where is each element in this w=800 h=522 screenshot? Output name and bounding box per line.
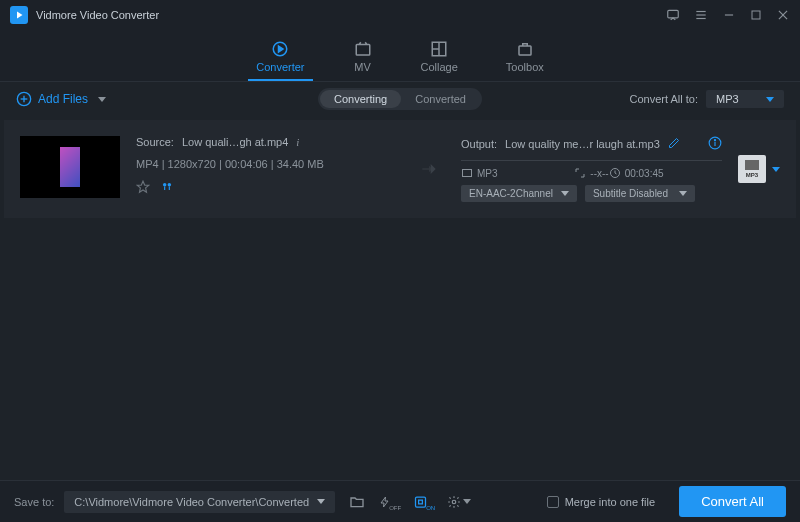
save-path-select[interactable]: C:\Vidmore\Vidmore Video Converter\Conve… xyxy=(64,491,335,513)
toolbar: Add Files Converting Converted Convert A… xyxy=(0,82,800,116)
chevron-down-icon xyxy=(766,97,774,102)
save-path-value: C:\Vidmore\Vidmore Video Converter\Conve… xyxy=(74,496,309,508)
format-chip[interactable]: MP3 xyxy=(738,155,766,183)
trim-icon[interactable] xyxy=(160,180,174,194)
menu-icon[interactable] xyxy=(694,8,708,22)
save-to-label: Save to: xyxy=(14,496,54,508)
thumbnail[interactable] xyxy=(20,136,120,198)
output-filename: Low quality me…r laugh at.mp3 xyxy=(505,138,660,150)
chevron-down-icon xyxy=(98,97,106,102)
output-info-icon[interactable] xyxy=(708,136,722,152)
info-icon[interactable]: i xyxy=(296,136,299,148)
source-filename: Low quali…gh at.mp4 xyxy=(182,136,288,148)
add-files-button[interactable]: Add Files xyxy=(16,91,106,107)
open-folder-icon[interactable] xyxy=(345,490,369,514)
subtitle-select[interactable]: Subtitle Disabled xyxy=(585,185,695,202)
svg-rect-22 xyxy=(463,170,472,177)
svg-rect-13 xyxy=(519,46,531,55)
chevron-down-icon xyxy=(679,191,687,196)
tab-label: Collage xyxy=(421,61,458,73)
mode-toggle: Converting Converted xyxy=(318,88,482,110)
output-label: Output: xyxy=(461,138,497,150)
chevron-down-icon xyxy=(561,191,569,196)
output-duration: 00:03:45 xyxy=(609,167,722,179)
audio-track-select[interactable]: EN-AAC-2Channel xyxy=(461,185,577,202)
feedback-icon[interactable] xyxy=(666,8,680,22)
content-area: Source: Low quali…gh at.mp4 i MP4 | 1280… xyxy=(0,116,800,480)
output-format: MP3 xyxy=(461,167,574,179)
star-icon[interactable] xyxy=(136,180,150,194)
main-tabs: Converter MV Collage Toolbox xyxy=(0,30,800,82)
svg-rect-9 xyxy=(356,45,370,56)
checkbox-icon xyxy=(547,496,559,508)
minimize-icon[interactable] xyxy=(722,8,736,22)
format-value: MP3 xyxy=(716,93,739,105)
convert-all-button[interactable]: Convert All xyxy=(679,486,786,517)
chevron-down-icon xyxy=(317,499,325,504)
mode-converting[interactable]: Converting xyxy=(320,90,401,108)
output-resolution: --x-- xyxy=(574,167,608,179)
format-select[interactable]: MP3 xyxy=(706,90,784,108)
close-icon[interactable] xyxy=(776,8,790,22)
gpu-icon[interactable]: ON xyxy=(413,490,437,514)
svg-point-21 xyxy=(714,140,715,141)
chevron-down-icon xyxy=(463,499,471,504)
svg-rect-24 xyxy=(416,497,426,507)
merge-label: Merge into one file xyxy=(565,496,656,508)
app-title: Vidmore Video Converter xyxy=(36,9,159,21)
source-meta: MP4 | 1280x720 | 00:04:06 | 34.40 MB xyxy=(136,158,397,170)
tab-toolbox[interactable]: Toolbox xyxy=(506,40,544,81)
edit-icon[interactable] xyxy=(668,137,680,151)
media-item: Source: Low quali…gh at.mp4 i MP4 | 1280… xyxy=(4,120,796,218)
tab-mv[interactable]: MV xyxy=(353,40,373,81)
mode-converted[interactable]: Converted xyxy=(401,90,480,108)
svg-rect-5 xyxy=(752,11,760,19)
tab-collage[interactable]: Collage xyxy=(421,40,458,81)
tab-label: MV xyxy=(354,61,371,73)
svg-point-26 xyxy=(452,500,456,504)
svg-point-18 xyxy=(168,183,172,187)
source-label: Source: xyxy=(136,136,174,148)
svg-rect-0 xyxy=(668,10,679,18)
arrow-icon xyxy=(413,136,445,202)
footer: Save to: C:\Vidmore\Vidmore Video Conver… xyxy=(0,480,800,522)
titlebar: Vidmore Video Converter xyxy=(0,0,800,30)
chevron-down-icon[interactable] xyxy=(772,167,780,172)
tab-converter[interactable]: Converter xyxy=(256,40,304,81)
app-logo xyxy=(10,6,28,24)
convert-all-to-label: Convert All to: xyxy=(630,93,698,105)
settings-icon[interactable] xyxy=(447,490,471,514)
hw-accel-icon[interactable]: OFF xyxy=(379,490,403,514)
tab-label: Toolbox xyxy=(506,61,544,73)
tab-label: Converter xyxy=(256,61,304,73)
svg-point-17 xyxy=(163,183,167,187)
maximize-icon[interactable] xyxy=(750,9,762,21)
svg-rect-25 xyxy=(419,500,423,504)
merge-checkbox[interactable]: Merge into one file xyxy=(547,496,656,508)
add-files-label: Add Files xyxy=(38,92,88,106)
